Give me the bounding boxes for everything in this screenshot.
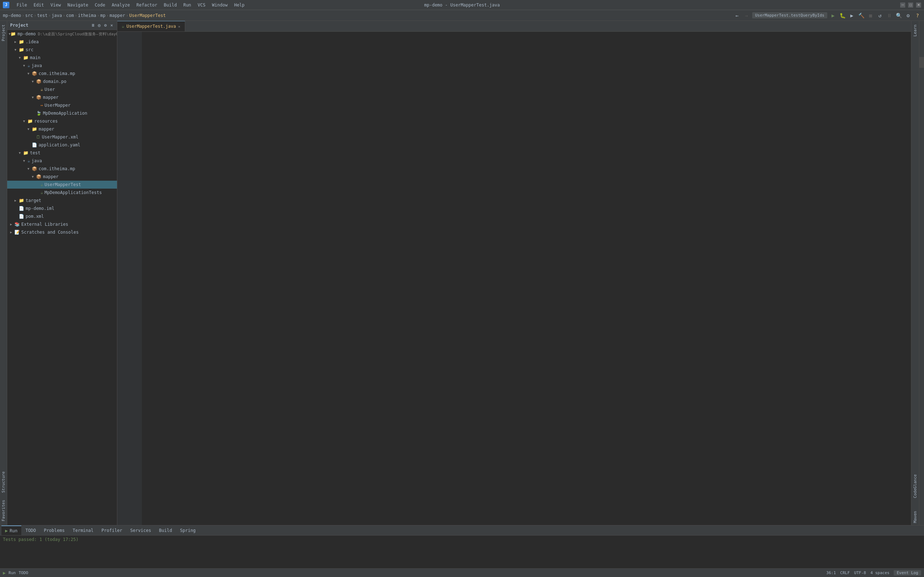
tree-item-java-main[interactable]: ▼ ☕ java	[7, 62, 117, 69]
project-side-tab[interactable]: Project	[0, 21, 7, 45]
editor-tab-label: UserMapperTest.java	[126, 24, 176, 29]
tree-item-main[interactable]: ▼ 📁 main	[7, 54, 117, 62]
status-todo-label[interactable]: TODO	[19, 571, 29, 575]
status-crlf[interactable]: CRLF	[840, 571, 850, 575]
run-button[interactable]: ▶	[829, 12, 837, 19]
breadcrumb-itheima[interactable]: itheima	[78, 13, 96, 18]
build-button[interactable]: 🔨	[858, 12, 865, 19]
status-position[interactable]: 36:1	[826, 571, 836, 575]
breadcrumb-mp[interactable]: mp	[100, 13, 105, 18]
code-content[interactable]	[142, 32, 911, 525]
tree-item-src[interactable]: ▼ 📁 src	[7, 46, 117, 54]
tree-item-external-libs[interactable]: ▶ 📚 External Libraries	[7, 220, 117, 228]
menu-build[interactable]: Build	[161, 2, 180, 8]
rerun-button[interactable]: ↺	[876, 12, 884, 19]
tree-item-user[interactable]: ▶ ☕ User	[7, 85, 117, 93]
tree-item-mp-demo-iml[interactable]: ▶ 📄 mp-demo.iml	[7, 205, 117, 213]
editor-tab-usermappertest[interactable]: ☕ UserMapperTest.java ✕	[117, 21, 185, 31]
locate-button[interactable]: ◎	[97, 23, 102, 28]
tree-item-target[interactable]: ▶ 📁 target	[7, 197, 117, 205]
tree-item-domain[interactable]: ▼ 📦 domain.po	[7, 77, 117, 85]
pause-button[interactable]: ⏸	[886, 12, 893, 19]
tab-profiler-label: Profiler	[102, 528, 122, 533]
menu-edit[interactable]: Edit	[31, 2, 47, 8]
minimize-button[interactable]: ─	[900, 3, 905, 8]
tab-problems[interactable]: Problems	[40, 525, 68, 535]
tree-item-mpdemoapp[interactable]: ▶ 🍃 MpDemoApplication	[7, 109, 117, 117]
tree-root-mp-demo[interactable]: ▼ 📁 mp-demo D:\a桌面\SpringCloud微服务—资料\day…	[7, 30, 117, 38]
tree-item-idea[interactable]: ▶ 📁 .idea	[7, 38, 117, 46]
status-run-label[interactable]: Run	[9, 571, 16, 575]
run-config-selector[interactable]: UserMapperTest.testQueryByIds	[752, 12, 827, 18]
tree-label-scratches: Scratches and Consoles	[21, 230, 79, 235]
breadcrumb-mp-demo[interactable]: mp-demo	[3, 13, 21, 18]
tree-item-app-yaml[interactable]: ▶ 📄 application.yaml	[7, 141, 117, 149]
status-charset[interactable]: UTF-8	[854, 571, 866, 575]
close-button[interactable]: ✕	[916, 3, 921, 8]
tab-todo[interactable]: TODO	[22, 525, 40, 535]
run-with-coverage[interactable]: ▶	[848, 12, 855, 19]
learn-tab[interactable]: Learn	[911, 21, 919, 40]
forward-button[interactable]: →	[743, 12, 750, 19]
tree-item-mapper-res[interactable]: ▼ 📁 mapper	[7, 125, 117, 133]
tab-services[interactable]: Services	[127, 525, 155, 535]
event-log-button[interactable]: Event Log	[894, 570, 921, 575]
tab-todo-label: TODO	[26, 528, 36, 533]
breadcrumb-src[interactable]: src	[25, 13, 33, 18]
menu-vcs[interactable]: VCS	[195, 2, 208, 8]
hide-panel-button[interactable]: ✕	[109, 23, 114, 28]
menu-help[interactable]: Help	[231, 2, 247, 8]
menu-analyze[interactable]: Analyze	[109, 2, 133, 8]
menu-navigate[interactable]: Navigate	[65, 2, 91, 8]
stop-button[interactable]: ■	[867, 12, 874, 19]
breadcrumb-java[interactable]: java	[52, 13, 62, 18]
tree-item-mpdemoapp-tests[interactable]: ▶ ☕ MpDemoApplicationTests	[7, 189, 117, 197]
project-settings-button[interactable]: ⚙	[103, 23, 108, 28]
tab-profiler[interactable]: Profiler	[98, 525, 126, 535]
menu-refactor[interactable]: Refactor	[134, 2, 160, 8]
tab-close-button[interactable]: ✕	[178, 24, 181, 29]
tab-run[interactable]: ▶ Run	[2, 525, 21, 535]
menu-code[interactable]: Code	[92, 2, 108, 8]
tree-label-user: User	[44, 87, 55, 92]
back-button[interactable]: ←	[733, 12, 741, 19]
tree-item-usermappertest[interactable]: ▶ ☕ UserMapperTest	[7, 181, 117, 189]
tree-item-usermapper[interactable]: ▶ ↔ UserMapper	[7, 102, 117, 109]
help-button[interactable]: ?	[914, 12, 921, 19]
tree-item-pom-xml[interactable]: ▶ 📄 pom.xml	[7, 213, 117, 220]
scroll-indicator[interactable]	[919, 21, 924, 525]
tree-item-scratches[interactable]: ▶ 📝 Scratches and Consoles	[7, 228, 117, 236]
tab-spring[interactable]: Spring	[176, 525, 199, 535]
status-indent[interactable]: 4 spaces	[870, 571, 889, 575]
debug-button[interactable]: 🐛	[839, 12, 846, 19]
breadcrumb-mapper[interactable]: mapper	[109, 13, 125, 18]
maximize-button[interactable]: □	[908, 3, 913, 8]
tree-item-com[interactable]: ▼ 📦 com.itheima.mp	[7, 69, 117, 77]
tree-item-usermapper-xml[interactable]: ▶ 🗒 UserMapper.xml	[7, 133, 117, 141]
tree-item-test[interactable]: ▼ 📁 test	[7, 149, 117, 157]
tree-item-com-test[interactable]: ▼ 📦 com.itheima.mp	[7, 165, 117, 173]
breadcrumb-usertest[interactable]: UserMapperTest	[129, 13, 166, 18]
maven-tab[interactable]: Maven	[911, 509, 919, 525]
breadcrumb-sep-2: ›	[34, 13, 36, 18]
tab-build[interactable]: Build	[155, 525, 176, 535]
run-tab-icon: ▶	[5, 528, 8, 533]
tree-item-java-test[interactable]: ▼ ☕ java	[7, 157, 117, 165]
codeglance-tab[interactable]: CodeGlance	[911, 471, 919, 501]
structure-side-tab[interactable]: Structure	[0, 468, 7, 496]
search-everywhere[interactable]: 🔍	[895, 12, 902, 19]
tree-item-resources[interactable]: ▼ 📁 resources	[7, 117, 117, 125]
settings-button[interactable]: ⚙	[905, 12, 912, 19]
menu-run[interactable]: Run	[181, 2, 194, 8]
breadcrumb-com[interactable]: com	[66, 13, 74, 18]
main-layout: Project Structure Favorites Project ≡ ◎ …	[0, 21, 924, 525]
collapse-all-button[interactable]: ≡	[90, 23, 95, 28]
tree-item-mapper-test[interactable]: ▼ 📦 mapper	[7, 173, 117, 181]
menu-view[interactable]: View	[48, 2, 64, 8]
breadcrumb-test[interactable]: test	[37, 13, 48, 18]
menu-file[interactable]: File	[14, 2, 30, 8]
tab-terminal[interactable]: Terminal	[69, 525, 97, 535]
favorites-side-tab[interactable]: Favorites	[0, 496, 7, 525]
menu-window[interactable]: Window	[209, 2, 230, 8]
tree-item-mapper-main[interactable]: ▼ 📦 mapper	[7, 93, 117, 102]
